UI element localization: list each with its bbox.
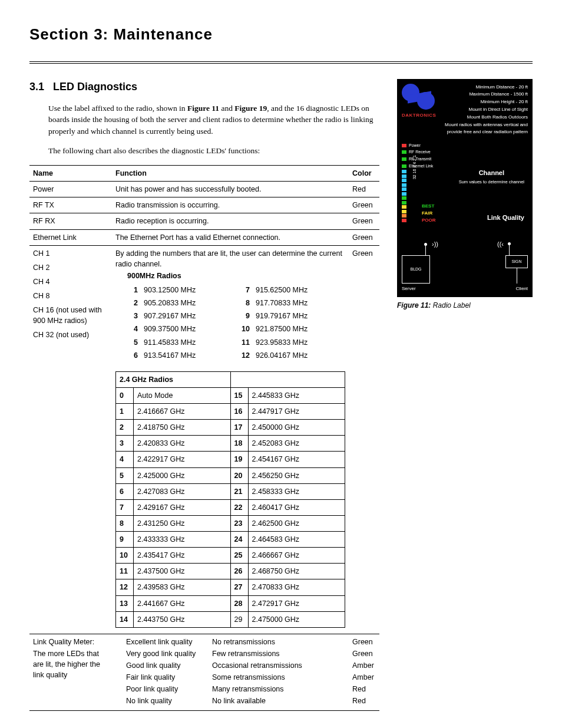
server-label: Server	[402, 285, 416, 292]
led-icon	[402, 214, 406, 218]
spec-line: Minimum Height - 20 ft	[445, 98, 528, 106]
freq-num: 11	[239, 337, 250, 348]
daktronics-logo-icon	[402, 84, 437, 111]
table-cell-color: Green	[349, 197, 379, 213]
led-icon	[402, 219, 406, 222]
freq-val: 917.70833 MHz	[256, 298, 345, 308]
ch-function-cell: By adding the numbers that are lit, the …	[112, 245, 349, 634]
freq-num: 12	[239, 350, 250, 361]
freq-num: 1	[116, 404, 134, 420]
sign-label: SIGN	[511, 259, 521, 265]
freq-num: 9	[116, 532, 134, 548]
freq-val: 2.418750 GHz	[134, 420, 231, 436]
led-icon	[402, 164, 406, 168]
ch-name: CH 8	[33, 291, 108, 301]
freq-val: 909.37500 MHz	[144, 324, 233, 334]
table-cell-name: Ethernet Link	[29, 229, 112, 245]
freq-num: 5	[116, 467, 134, 483]
table-cell-name: RF TX	[29, 197, 112, 213]
freq-val: 2.472917 GHz	[248, 595, 345, 611]
table-24ghz: 2.4 GHz Radios 0Auto Mode152.445833 GHz1…	[115, 371, 345, 628]
led-icon	[402, 196, 406, 200]
freq-val: 2.441667 GHz	[134, 595, 231, 611]
ch-name: CH 32 (not used)	[33, 330, 108, 340]
diagnostics-table: Name Function Color PowerUnit has power …	[29, 165, 379, 711]
sign-icon: SIGN	[505, 255, 528, 268]
freq-num: 8	[239, 298, 250, 308]
best-fair-poor: BEST FAIR POOR	[422, 203, 436, 224]
ch-name: CH 2	[33, 262, 108, 273]
freq-val: 2.462500 GHz	[248, 515, 345, 531]
logo-block: DAKTRONICS	[402, 84, 444, 119]
freq-num: 3	[116, 436, 134, 452]
main-column: 3.1 LED Diagnostics Use the label affixe…	[29, 79, 379, 711]
freq-num: 26	[230, 564, 248, 579]
lqm-name1: Link Quality Meter:	[33, 637, 108, 647]
ref-fig19: Figure 19	[234, 104, 267, 113]
spec-lines: Minimum Distance - 20 ftMaximum Distance…	[445, 84, 528, 137]
freq-num: 9	[239, 311, 250, 321]
th-color: Color	[349, 166, 379, 182]
freq-num: 11	[116, 564, 134, 579]
freq-val: 2.445833 GHz	[248, 387, 345, 403]
channel-block: Channel Sum values to determine channel	[459, 169, 524, 185]
ref-fig11: Figure 11	[187, 104, 219, 113]
freq-val: 2.437500 GHz	[134, 564, 231, 579]
freq-val: 2.447917 GHz	[248, 404, 345, 420]
channel-sub: Sum values to determine channel	[459, 179, 524, 185]
freq-val: 2.443750 GHz	[134, 611, 231, 627]
freq-900-col-a: 1903.12500 MHz2905.20833 MHz3907.29167 M…	[127, 285, 233, 363]
freq-val: 2.425000 GHz	[134, 467, 231, 483]
sub-num: 3.1	[29, 81, 44, 93]
lq-quality: Very good link quality	[126, 648, 209, 659]
freq-val: 2.458333 GHz	[248, 483, 345, 499]
side-column: DAKTRONICS Minimum Distance - 20 ftMaxim…	[397, 79, 533, 311]
lq-color: Amber	[352, 672, 376, 683]
lqm-color-cell: GreenGreenAmberAmberRedRed	[349, 634, 379, 710]
freq-num: 1	[127, 285, 138, 295]
freq-num: 3	[127, 311, 138, 321]
freq-val: 2.431250 GHz	[134, 515, 231, 531]
freq-num: 2	[127, 298, 138, 308]
channel-head: Channel	[459, 169, 524, 178]
freq-num: 29	[230, 611, 248, 627]
paragraph-1: Use the label affixed to the radio, show…	[48, 103, 379, 137]
led-icon	[402, 210, 406, 213]
freq-val: 2.452083 GHz	[248, 436, 345, 452]
th-name: Name	[29, 166, 112, 182]
freq-num: 14	[116, 611, 134, 627]
lq-retrans: Many retransmissions	[212, 684, 345, 694]
lq-retrans: No link available	[212, 696, 345, 706]
freq-val: 2.420833 GHz	[134, 436, 231, 452]
bfp-fair: FAIR	[422, 210, 436, 217]
lq-quality: Poor link quality	[126, 684, 209, 694]
lqm-name-cell: Link Quality Meter: The more LEDs that a…	[29, 634, 112, 710]
table-cell-fn: Unit has power and has successfully boot…	[112, 182, 349, 197]
freq-num: 5	[127, 337, 138, 348]
led-icon	[402, 183, 406, 187]
lq-retrans: Some retransmissions	[212, 672, 345, 683]
freq-val: 926.04167 MHz	[256, 350, 345, 361]
table-cell-fn: Radio reception is occurring.	[112, 213, 349, 229]
led-icon	[402, 144, 406, 147]
freq-num: 15	[230, 387, 248, 403]
scene-block: ›)) BLDG ((‹ SIGN	[402, 242, 528, 292]
freq-val: Auto Mode	[134, 387, 231, 403]
waves-icon: ›))	[432, 240, 438, 249]
freq-num: 16	[230, 404, 248, 420]
spec-line: Mount radios with antennas vertical and	[445, 121, 528, 129]
ch-name: CH 16 (not used with 900 MHz radios)	[33, 305, 108, 326]
freq-num: 8	[116, 515, 134, 531]
freq-num: 12	[116, 579, 134, 595]
para1-b: and	[219, 104, 234, 113]
client-label: Client	[516, 285, 528, 292]
table-cell-fn: The Ethernet Port has a valid Ethernet c…	[112, 229, 349, 245]
spec-line: Minimum Distance - 20 ft	[445, 84, 528, 91]
section-title: Section 3: Maintenance	[29, 24, 533, 48]
freq-val: 2.460417 GHz	[248, 499, 345, 515]
spec-line: provide free and clear radiation pattern	[445, 129, 528, 136]
sub-title: LED Diagnostics	[53, 81, 137, 93]
title-rules	[29, 61, 533, 64]
lq-color: Amber	[352, 660, 376, 671]
freq-num: 21	[230, 483, 248, 499]
